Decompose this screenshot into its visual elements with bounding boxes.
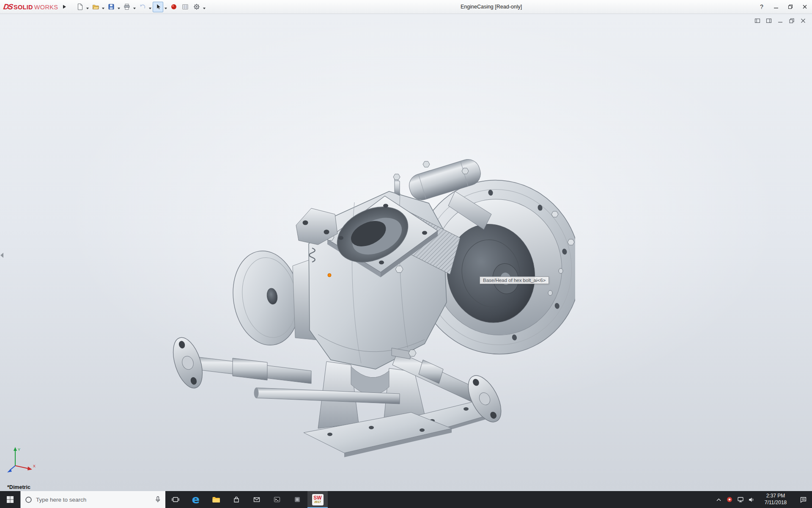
restore-icon: [788, 4, 793, 9]
hex-bolt: [409, 350, 416, 356]
table-icon: [181, 3, 189, 11]
terminal-icon: [273, 496, 281, 503]
clock-date: 7/11/2018: [757, 500, 794, 506]
doc-restore-icon: [789, 18, 795, 24]
save-button[interactable]: [106, 2, 116, 12]
options-dropdown-caret[interactable]: [203, 8, 206, 11]
folder-icon: [212, 496, 220, 503]
doc-minimize-icon: [777, 18, 783, 24]
undo-button[interactable]: [137, 2, 148, 12]
edge-button[interactable]: e: [186, 491, 206, 508]
new-dropdown-caret[interactable]: [86, 8, 89, 11]
windows-logo-icon: [6, 496, 14, 503]
tray-chevron-button[interactable]: [713, 491, 724, 508]
window-title: EngineCasing [Read-only]: [461, 0, 522, 14]
brand-text-bold: SOLID: [14, 4, 33, 11]
new-document-button[interactable]: [74, 2, 85, 12]
clock-time: 2:37 PM: [757, 493, 794, 500]
start-button[interactable]: [0, 491, 20, 508]
solidworks-taskbar-button[interactable]: SW 2017: [307, 491, 328, 508]
speaker-icon: [748, 496, 755, 503]
close-icon: [802, 4, 807, 9]
undo-icon: [139, 3, 146, 11]
restore-button[interactable]: [783, 0, 798, 14]
network-button[interactable]: [735, 491, 746, 508]
titlebar: DS SOLIDWORKS EngineCasing [Read-only] ?: [0, 0, 812, 14]
model-left-shaft[interactable]: [169, 334, 311, 392]
solidworks-logo: DS SOLIDWORKS: [0, 3, 60, 11]
red-ball-button[interactable]: [168, 2, 179, 12]
panel-collapse-arrow[interactable]: [0, 253, 3, 258]
open-button[interactable]: [90, 2, 101, 12]
save-dropdown-caret[interactable]: [118, 8, 120, 11]
taskbar-search[interactable]: [20, 491, 165, 508]
open-folder-icon: [92, 3, 99, 11]
app-icon: [294, 496, 301, 503]
print-dropdown-caret[interactable]: [133, 8, 136, 11]
task-view-icon: [172, 496, 179, 503]
save-icon: [107, 3, 115, 11]
new-document-icon: [76, 3, 84, 11]
pane-right-icon: [766, 18, 772, 24]
windows-taskbar: e SW 2017 2:37 PM 7: [0, 491, 812, 508]
pane-left-button[interactable]: [754, 18, 760, 24]
action-center-button[interactable]: [794, 491, 812, 508]
gear-icon: [193, 3, 200, 11]
search-input[interactable]: [36, 497, 151, 503]
graphics-viewport[interactable]: Base/Head of hex bolt_ai<6> Y X *Dimetri…: [0, 14, 812, 491]
table-button[interactable]: [180, 2, 190, 12]
store-button[interactable]: [226, 491, 247, 508]
select-dropdown-caret[interactable]: [165, 8, 167, 11]
open-dropdown-caret[interactable]: [102, 8, 104, 11]
tray-app-button[interactable]: [724, 491, 735, 508]
y-axis-label: Y: [18, 447, 20, 452]
pane-left-icon: [754, 18, 760, 24]
hover-tooltip: Base/Head of hex bolt_ai<6>: [480, 276, 549, 284]
doc-close-icon: [800, 18, 806, 24]
close-button[interactable]: [798, 0, 812, 14]
terminal-button[interactable]: [267, 491, 287, 508]
engine-casing-model[interactable]: [169, 131, 575, 461]
pane-right-button[interactable]: [766, 18, 772, 24]
mail-envelope-icon: [253, 496, 261, 503]
minimize-icon: [774, 4, 779, 9]
model-left-disc[interactable]: [226, 246, 321, 350]
file-explorer-button[interactable]: [206, 491, 226, 508]
x-axis-label: X: [33, 464, 36, 468]
view-orientation-label: *Dimetric: [7, 484, 30, 490]
store-bag-icon: [233, 496, 240, 503]
tray-app-icon: [726, 496, 733, 503]
document-window-controls: [754, 18, 806, 24]
taskbar-clock[interactable]: 2:37 PM 7/11/2018: [757, 493, 794, 506]
ds-logo-icon: DS: [3, 3, 13, 11]
undo-dropdown-caret[interactable]: [149, 8, 151, 11]
doc-minimize-button[interactable]: [777, 18, 783, 24]
volume-button[interactable]: [746, 491, 757, 508]
solidworks-app-icon: SW 2017: [312, 494, 324, 505]
microphone-icon[interactable]: [155, 496, 161, 503]
select-cursor-icon: [154, 3, 162, 11]
orientation-triad: Y X: [5, 445, 39, 475]
options-button[interactable]: [191, 2, 202, 12]
play-arrow-icon: [62, 4, 67, 9]
brand-text-light: WORKS: [34, 4, 58, 11]
task-view-button[interactable]: [165, 491, 186, 508]
red-ball-icon: [170, 3, 178, 11]
minimize-button[interactable]: [769, 0, 783, 14]
search-icon: [25, 496, 32, 503]
system-tray: 2:37 PM 7/11/2018: [713, 491, 812, 508]
network-icon: [737, 496, 744, 503]
chevron-up-icon: [716, 497, 722, 502]
doc-close-button[interactable]: [800, 18, 806, 24]
menu-flyout-button[interactable]: [60, 1, 68, 12]
print-button[interactable]: [121, 2, 132, 12]
app-button[interactable]: [287, 491, 307, 508]
selection-point[interactable]: [328, 273, 331, 277]
mail-button[interactable]: [247, 491, 267, 508]
action-center-icon: [800, 496, 807, 503]
edge-icon: e: [192, 494, 200, 505]
print-icon: [123, 3, 131, 11]
doc-restore-button[interactable]: [789, 18, 795, 24]
select-tool-button[interactable]: [153, 2, 163, 12]
help-button[interactable]: ?: [754, 0, 769, 14]
